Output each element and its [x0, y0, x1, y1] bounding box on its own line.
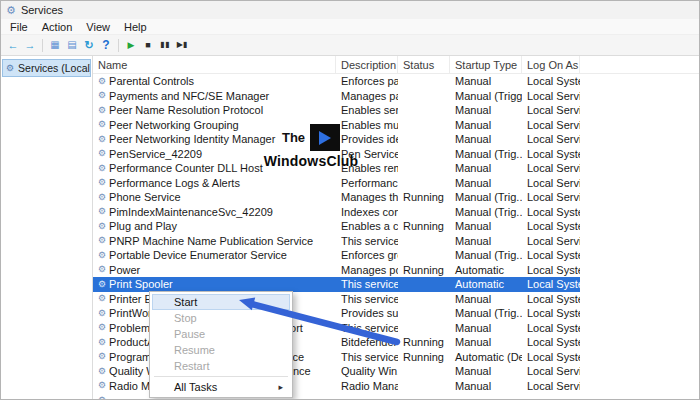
- service-startup-type: Manual: [450, 118, 522, 133]
- service-name-cell: ⚙Power: [93, 263, 336, 278]
- service-startup-type: Manual: [450, 379, 522, 394]
- show-console-tree-icon[interactable]: ▦: [47, 37, 63, 53]
- table-row[interactable]: ⚙Peer Name Resolution ProtocolEnables se…: [93, 103, 580, 118]
- service-gear-icon: ⚙: [98, 396, 106, 400]
- stop-service-icon[interactable]: ■: [140, 37, 156, 53]
- service-name: Portable Device Enumerator Service: [109, 249, 287, 261]
- service-status: [398, 364, 450, 379]
- column-header-log-on-as[interactable]: Log On As: [522, 56, 580, 73]
- service-logon-as: Local Service: [522, 364, 580, 379]
- service-startup-type: Manual: [450, 161, 522, 176]
- sidebar-item-services-local[interactable]: ⚙ Services (Local): [2, 59, 91, 77]
- menubar-item-action[interactable]: Action: [35, 20, 80, 34]
- service-logon-as: Local System: [522, 74, 580, 89]
- table-row[interactable]: ⚙PowerManages po...RunningAutomaticLocal…: [93, 263, 580, 278]
- service-logon-as: Local Service: [522, 176, 580, 191]
- forward-icon[interactable]: →: [22, 37, 38, 53]
- menubar-item-view[interactable]: View: [79, 20, 117, 34]
- service-startup-type: Manual: [450, 364, 522, 379]
- help-icon[interactable]: ?: [98, 37, 114, 53]
- service-description: [336, 393, 398, 400]
- menubar-item-file[interactable]: File: [3, 20, 35, 34]
- service-logon-as: Local System: [522, 219, 580, 234]
- service-startup-type: Automatic: [450, 263, 522, 278]
- service-logon-as: Local System: [522, 350, 580, 365]
- service-startup-type: Manual: [450, 292, 522, 307]
- table-row[interactable]: ⚙Performance Logs & AlertsPerformanc...M…: [93, 176, 580, 191]
- service-name-cell: ⚙Plug and Play: [93, 219, 336, 234]
- watermark-the-text: The: [282, 130, 305, 145]
- service-status: [398, 161, 450, 176]
- menubar-item-help[interactable]: Help: [117, 20, 154, 34]
- service-logon-as: Local Service: [522, 234, 580, 249]
- service-name-cell: ⚙PNRP Machine Name Publication Service: [93, 234, 336, 249]
- context-menu-item-start[interactable]: Start: [152, 294, 290, 310]
- service-status: [398, 89, 450, 104]
- service-description: Manages po...: [336, 263, 398, 278]
- service-name-cell: ⚙Portable Device Enumerator Service: [93, 248, 336, 263]
- table-row[interactable]: ⚙Payments and NFC/SE ManagerManages pa..…: [93, 89, 580, 104]
- refresh-icon[interactable]: ↻: [81, 37, 97, 53]
- service-gear-icon: ⚙: [98, 106, 106, 115]
- service-name-cell: ⚙PimIndexMaintenanceSvc_42209: [93, 205, 336, 220]
- service-gear-icon: ⚙: [98, 309, 106, 318]
- service-status: [398, 321, 450, 336]
- service-description: Performanc...: [336, 176, 398, 191]
- service-status: [398, 292, 450, 307]
- export-list-icon[interactable]: ▤: [64, 37, 80, 53]
- service-name-cell: ⚙Performance Logs & Alerts: [93, 176, 336, 191]
- watermark-club-text: WindowsClub: [257, 153, 365, 169]
- context-menu-item-resume: Resume: [152, 342, 290, 358]
- service-startup-type: Manual (Trig...: [450, 248, 522, 263]
- table-row[interactable]: ⚙PNRP Machine Name Publication ServiceTh…: [93, 234, 580, 249]
- service-name: Performance Logs & Alerts: [109, 177, 240, 189]
- service-gear-icon: ⚙: [98, 251, 106, 260]
- table-row[interactable]: ⚙Print SpoolerThis service ...AutomaticL…: [93, 277, 580, 292]
- service-status: [398, 234, 450, 249]
- column-header-description[interactable]: Description: [336, 56, 398, 73]
- service-gear-icon: ⚙: [98, 149, 106, 158]
- service-logon-as: Local Service: [522, 118, 580, 133]
- start-service-icon[interactable]: ▶: [123, 37, 139, 53]
- table-row[interactable]: ⚙Plug and PlayEnables a co...RunningManu…: [93, 219, 580, 234]
- table-row[interactable]: ⚙Phone ServiceManages th...RunningManual…: [93, 190, 580, 205]
- service-description: Bitdefender ...: [336, 335, 398, 350]
- service-description: This service ...: [336, 321, 398, 336]
- service-logon-as: Local System: [522, 321, 580, 336]
- menubar: FileActionViewHelp: [1, 19, 699, 35]
- windowsclub-logo-icon: [310, 124, 340, 151]
- service-status: [398, 118, 450, 133]
- service-name: Payments and NFC/SE Manager: [109, 90, 269, 102]
- column-header-startup-type[interactable]: Startup Type: [450, 56, 522, 73]
- service-status: Running: [398, 263, 450, 278]
- service-name-cell: ⚙Phone Service: [93, 190, 336, 205]
- sidebar-item-label: Services (Local): [18, 62, 91, 74]
- service-name-cell: ⚙Peer Name Resolution Protocol: [93, 103, 336, 118]
- service-startup-type: Manual: [450, 74, 522, 89]
- service-description: This service ...: [336, 350, 398, 365]
- service-description: Provides sup...: [336, 306, 398, 321]
- table-row[interactable]: ⚙Portable Device Enumerator ServiceEnfor…: [93, 248, 580, 263]
- pause-service-icon[interactable]: ▮▮: [157, 37, 173, 53]
- services-node-icon: ⚙: [6, 63, 14, 73]
- service-startup-type: Manual: [450, 176, 522, 191]
- column-header-status[interactable]: Status: [398, 56, 450, 73]
- table-row[interactable]: ⚙Parental ControlsEnforces par...ManualL…: [93, 74, 580, 89]
- column-header-name[interactable]: Name: [93, 56, 336, 73]
- service-gear-icon: ⚙: [98, 164, 106, 173]
- service-description: Quality Win...: [336, 364, 398, 379]
- back-icon[interactable]: ←: [5, 37, 21, 53]
- service-logon-as: Local System: [522, 277, 580, 292]
- service-gear-icon: ⚙: [98, 367, 106, 376]
- submenu-arrow-icon: ▸: [278, 379, 283, 395]
- context-menu: StartStopPauseResumeRestartAll Tasks▸: [149, 291, 293, 398]
- service-logon-as: Local System: [522, 335, 580, 350]
- service-name: PimIndexMaintenanceSvc_42209: [109, 206, 273, 218]
- context-menu-item-restart: Restart: [152, 358, 290, 374]
- table-row[interactable]: ⚙PimIndexMaintenanceSvc_42209Indexes con…: [93, 205, 580, 220]
- context-menu-item-all-tasks[interactable]: All Tasks▸: [152, 379, 290, 395]
- service-status: [398, 132, 450, 147]
- restart-service-icon[interactable]: ▶▮: [174, 37, 190, 53]
- service-name: Power: [109, 264, 140, 276]
- service-description: Enables serv...: [336, 103, 398, 118]
